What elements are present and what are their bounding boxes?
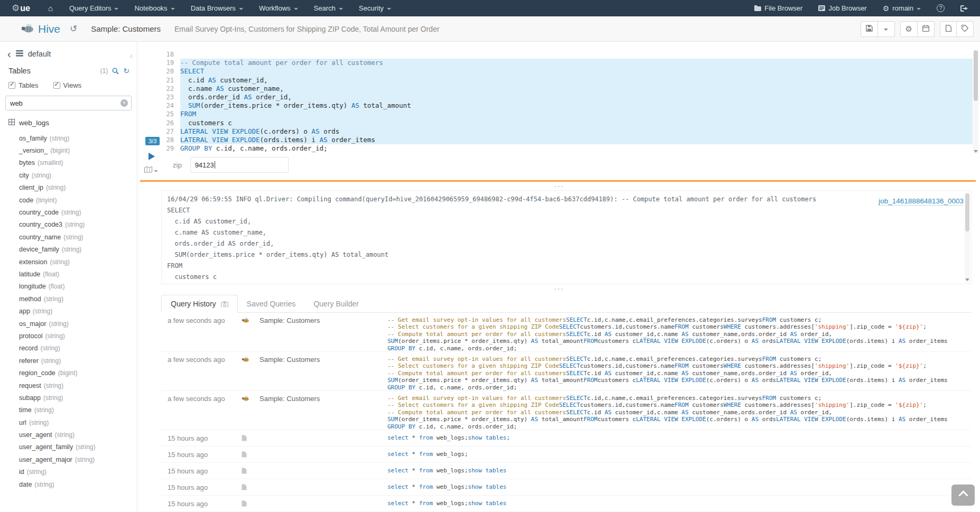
tab-query-builder[interactable]: Query Builder bbox=[304, 295, 368, 312]
query-navigator-button[interactable] bbox=[144, 166, 158, 174]
column-item[interactable]: extension(string) bbox=[0, 256, 137, 268]
back-icon[interactable]: ‹ bbox=[7, 50, 11, 58]
column-item[interactable]: url(string) bbox=[0, 416, 137, 429]
code-editor[interactable]: 1819-- Compute total amount per order fo… bbox=[161, 50, 973, 153]
resize-handle-bottom[interactable]: ··· bbox=[138, 286, 980, 292]
column-item[interactable]: user_agent(string) bbox=[0, 429, 137, 441]
clear-search-icon[interactable]: × bbox=[121, 99, 128, 107]
column-item[interactable]: country_code3(string) bbox=[0, 219, 137, 231]
line-code[interactable]: FROM bbox=[180, 110, 973, 118]
column-item[interactable]: request(string) bbox=[0, 379, 137, 392]
line-code[interactable]: GROUP BY c.id, c.name, ords.order_id; bbox=[180, 144, 973, 153]
nav-menu-security[interactable]: Security bbox=[351, 0, 399, 16]
query-history-button[interactable]: ↺ bbox=[70, 23, 77, 34]
tab-saved-queries[interactable]: Saved Queries bbox=[238, 295, 305, 312]
search-icon[interactable] bbox=[112, 68, 119, 75]
column-item[interactable]: device_family(string) bbox=[0, 244, 137, 256]
scrollbar-thumb[interactable] bbox=[974, 50, 978, 101]
column-item[interactable]: date(string) bbox=[0, 478, 137, 490]
column-item[interactable]: os_major(string) bbox=[0, 318, 137, 330]
user-menu[interactable]: ⚙ romain bbox=[875, 0, 929, 16]
home-button[interactable]: ⌂ bbox=[40, 0, 61, 16]
column-item[interactable]: code(tinyint) bbox=[0, 194, 137, 206]
history-row[interactable]: 15 hours agoselect * from web_logs;show … bbox=[161, 430, 972, 446]
history-row[interactable]: 15 hours agoselect * from web_logs;show … bbox=[161, 496, 972, 512]
scroll-down-icon[interactable] bbox=[974, 150, 978, 153]
column-item[interactable]: client_ip(string) bbox=[0, 182, 137, 194]
column-item[interactable]: city(string) bbox=[0, 169, 137, 181]
job-browser-button[interactable]: Job Browser bbox=[810, 0, 874, 16]
save-button[interactable] bbox=[861, 21, 878, 37]
hue-logo[interactable]: ⚙ue bbox=[0, 0, 40, 16]
scroll-to-top-button[interactable] bbox=[951, 485, 975, 506]
line-code[interactable]: SELECT bbox=[180, 67, 973, 76]
resize-handle-top[interactable]: ··· bbox=[138, 183, 980, 190]
line-code[interactable]: c.name AS customer_name, bbox=[180, 85, 973, 93]
column-item[interactable]: app(string) bbox=[0, 305, 137, 317]
line-code[interactable]: LATERAL VIEW EXPLODE(ords.items) i AS or… bbox=[180, 136, 973, 144]
line-code[interactable]: customers c bbox=[180, 119, 973, 127]
sidebar-collapse-icon[interactable]: ‹ bbox=[130, 51, 133, 61]
filter-views-checkbox[interactable]: Views bbox=[53, 81, 81, 89]
column-item[interactable]: os_family(string) bbox=[0, 132, 137, 144]
column-item[interactable]: record(string) bbox=[0, 342, 137, 355]
execute-button[interactable] bbox=[149, 153, 155, 160]
settings-button[interactable]: ⚙ bbox=[900, 21, 918, 37]
help-button[interactable]: ? bbox=[929, 0, 953, 16]
line-code[interactable]: c.id AS customer_id, bbox=[180, 76, 973, 85]
column-item[interactable]: user_agent_family(string) bbox=[0, 441, 137, 453]
history-row[interactable]: 15 hours agoselect * from web_logs;show … bbox=[161, 479, 972, 496]
editor-scrollbar[interactable] bbox=[973, 50, 978, 154]
history-row[interactable]: a few seconds agoSample: Customers-- Get… bbox=[161, 352, 972, 391]
refresh-icon[interactable]: ↻ bbox=[123, 67, 130, 75]
schedule-button[interactable] bbox=[918, 21, 935, 37]
line-code[interactable]: LATERAL VIEW EXPLODE(c.orders) o AS ords bbox=[180, 127, 973, 136]
table-item-web-logs[interactable]: web_logs bbox=[0, 113, 137, 130]
nav-menu-search[interactable]: Search bbox=[306, 0, 351, 16]
column-item[interactable]: _version_(bigint) bbox=[0, 144, 137, 156]
column-item[interactable]: country_code(string) bbox=[0, 206, 137, 218]
column-item[interactable]: subapp(string) bbox=[0, 392, 137, 404]
scrollbar-thumb[interactable] bbox=[965, 193, 969, 231]
query-title[interactable]: Sample: Customers bbox=[91, 24, 161, 33]
column-item[interactable]: user_agent_major(string) bbox=[0, 453, 137, 466]
filter-tables-checkbox[interactable]: Tables bbox=[8, 81, 39, 89]
line-code[interactable]: SUM(order_items.price * order_items.qty)… bbox=[180, 101, 973, 110]
file-browser-button[interactable]: File Browser bbox=[746, 0, 810, 16]
history-row[interactable]: a few seconds agoSample: Customers-- Get… bbox=[161, 391, 972, 430]
nav-menu-notebooks[interactable]: Notebooks bbox=[126, 0, 182, 16]
history-row[interactable]: 15 hours agoselect * from web_logs; bbox=[161, 446, 972, 463]
line-code[interactable]: ords.order_id AS order_id, bbox=[180, 93, 973, 101]
column-item[interactable]: region_code(bigint) bbox=[0, 367, 137, 379]
tab-query-history[interactable]: Query History bbox=[161, 295, 238, 313]
column-item[interactable]: method(string) bbox=[0, 293, 137, 305]
sql-token: * bbox=[409, 451, 419, 458]
column-item[interactable]: protocol(string) bbox=[0, 330, 137, 342]
column-item[interactable]: id(string) bbox=[0, 466, 137, 478]
new-document-button[interactable] bbox=[940, 21, 957, 37]
job-link[interactable]: job_1461888648136_0003 bbox=[879, 197, 964, 206]
nav-menu-workflows[interactable]: Workflows bbox=[251, 0, 306, 16]
log-scrollbar[interactable] bbox=[965, 192, 970, 282]
column-item[interactable]: bytes(smallint) bbox=[0, 157, 137, 169]
column-item[interactable]: referer(string) bbox=[0, 355, 137, 367]
column-item[interactable]: time(string) bbox=[0, 404, 137, 416]
tags-button[interactable] bbox=[957, 21, 974, 37]
column-item[interactable]: country_name(string) bbox=[0, 231, 137, 243]
line-code[interactable]: -- Compute total amount per order for al… bbox=[180, 59, 973, 67]
scroll-down-icon[interactable] bbox=[965, 278, 969, 281]
history-row[interactable]: 15 hours agoselect * from web_logs;show … bbox=[161, 463, 972, 479]
nav-menu-data-browsers[interactable]: Data Browsers bbox=[183, 0, 251, 16]
variable-input[interactable]: 94123 bbox=[190, 157, 289, 173]
nav-menu-query-editors[interactable]: Query Editors bbox=[61, 0, 126, 16]
history-row[interactable]: a few seconds agoSample: Customers-- Get… bbox=[161, 313, 972, 352]
hive-app[interactable]: Hive bbox=[0, 23, 60, 35]
logout-button[interactable] bbox=[953, 0, 976, 16]
save-dropdown-button[interactable] bbox=[878, 21, 895, 37]
query-description[interactable]: Email Survey Opt-Ins, Customers for Ship… bbox=[174, 25, 439, 33]
column-item[interactable]: latitude(float) bbox=[0, 268, 137, 280]
table-search-input[interactable] bbox=[5, 96, 132, 110]
column-item[interactable]: longitude(float) bbox=[0, 281, 137, 293]
database-selector[interactable]: ‹ default ‹ bbox=[0, 42, 137, 61]
line-code[interactable] bbox=[180, 50, 973, 59]
